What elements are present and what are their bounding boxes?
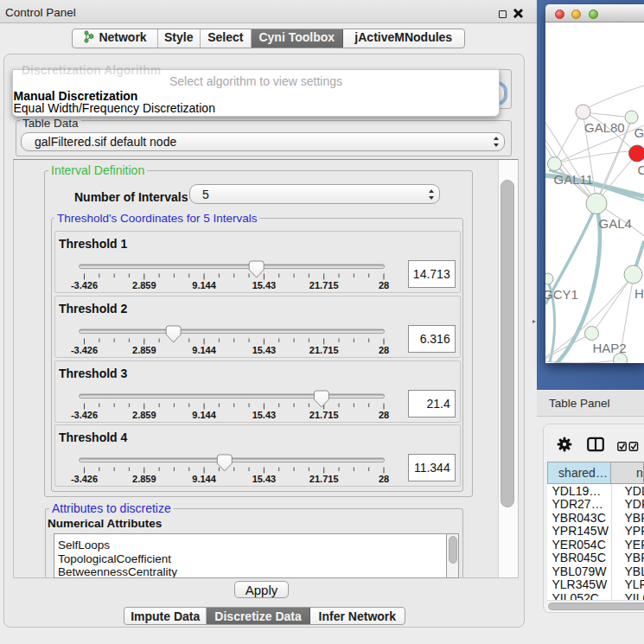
svg-text:GAL11: GAL11 (554, 172, 594, 187)
svg-text:2.859: 2.859 (132, 410, 156, 420)
svg-text:GAL4: GAL4 (599, 216, 632, 231)
svg-text:GAL80: GAL80 (584, 120, 625, 135)
svg-text:28: 28 (379, 410, 389, 420)
svg-text:9.144: 9.144 (192, 474, 216, 484)
svg-text:HA: HA (634, 286, 644, 301)
svg-text:21.715: 21.715 (309, 345, 339, 355)
svg-text:GA: GA (634, 125, 644, 140)
svg-text:HAP2: HAP2 (593, 341, 627, 355)
svg-text:-3.426: -3.426 (71, 345, 98, 355)
svg-text:9.144: 9.144 (192, 345, 216, 355)
svg-text:15.43: 15.43 (252, 345, 277, 355)
svg-text:GCY1: GCY1 (545, 287, 578, 302)
svg-text:-3.426: -3.426 (71, 474, 98, 484)
svg-text:9.144: 9.144 (192, 410, 216, 420)
svg-text:2.859: 2.859 (132, 280, 156, 290)
svg-text:21.715: 21.715 (309, 474, 339, 484)
svg-text:28: 28 (379, 280, 389, 290)
svg-text:CY: CY (638, 163, 644, 177)
svg-text:15.43: 15.43 (252, 280, 277, 290)
svg-text:28: 28 (379, 474, 389, 484)
svg-text:21.715: 21.715 (309, 280, 339, 290)
svg-text:21.715: 21.715 (309, 410, 339, 420)
svg-text:-3.426: -3.426 (71, 410, 98, 420)
svg-text:-3.426: -3.426 (71, 280, 98, 290)
svg-text:15.43: 15.43 (252, 474, 277, 484)
svg-text:2.859: 2.859 (132, 345, 156, 355)
svg-text:15.43: 15.43 (252, 410, 277, 420)
svg-text:9.144: 9.144 (192, 280, 216, 290)
svg-text:28: 28 (379, 345, 389, 355)
svg-text:2.859: 2.859 (132, 474, 156, 484)
